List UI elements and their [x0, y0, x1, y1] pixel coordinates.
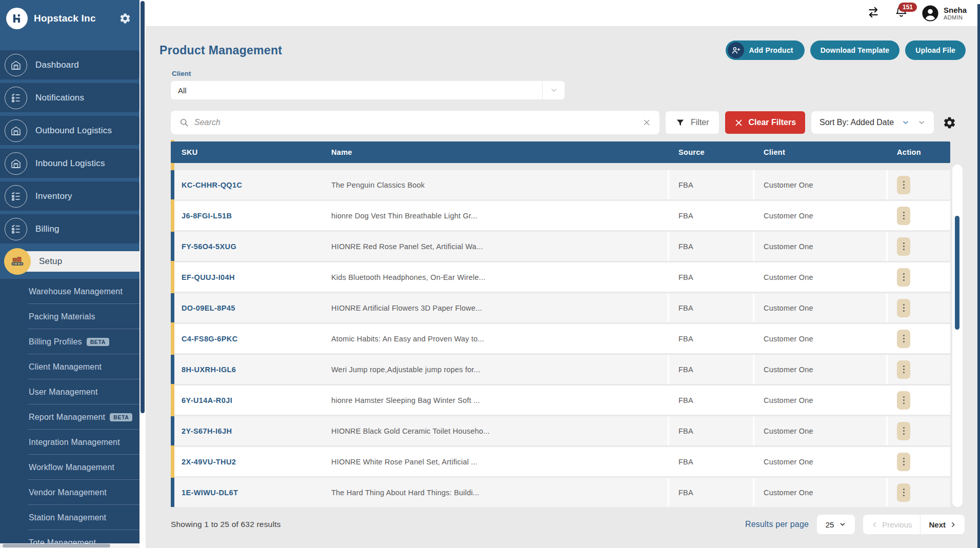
sidebar-item-outbound-logistics[interactable]: Outbound Logistics — [0, 116, 139, 145]
sidebar-item-inbound-logistics[interactable]: Inbound Logistics — [0, 149, 139, 178]
cell-sku[interactable]: 2X-49VU-THU2 — [174, 458, 321, 466]
sidebar-item-inventory[interactable]: Inventory — [0, 181, 139, 211]
cell-sku[interactable]: 1E-WIWU-DL6T — [174, 489, 321, 497]
row-actions-button[interactable] — [897, 453, 910, 471]
chevron-down-icon — [902, 118, 910, 127]
cell-source: FBA — [668, 201, 753, 230]
sidebar-subitem-label: Integration Management — [29, 438, 120, 447]
user-role: ADMIN — [944, 14, 967, 21]
client-select[interactable]: All — [171, 81, 565, 99]
clear-filters-button[interactable]: Clear Filters — [725, 111, 805, 134]
switch-warehouse-icon[interactable] — [866, 6, 881, 21]
cell-sku[interactable]: FY-56O4-5XUG — [174, 242, 321, 251]
row-actions-button[interactable] — [897, 299, 910, 317]
row-actions-button[interactable] — [897, 268, 910, 287]
cell-source: FBA — [668, 293, 753, 322]
table-settings-gear-icon[interactable] — [943, 116, 956, 130]
row-actions-button[interactable] — [897, 422, 910, 440]
sidebar-subitem-billing-profiles[interactable]: Billing ProfilesBETA — [0, 329, 139, 354]
filter-button[interactable]: Filter — [666, 111, 719, 134]
sidebar-subitem-integration-management[interactable]: Integration Management — [0, 430, 139, 455]
sidebar-subitem-vendor-management[interactable]: Vendor Management — [0, 480, 139, 505]
sidebar-subitem-packing-materials[interactable]: Packing Materials — [0, 304, 139, 329]
sidebar-item-label: Notifications — [35, 93, 84, 103]
column-header-action: Action — [886, 148, 950, 156]
cell-sku[interactable]: 8H-UXRH-IGL6 — [174, 366, 321, 374]
page-size-value: 25 — [826, 520, 834, 529]
cell-sku[interactable]: EF-QUUJ-I04H — [174, 273, 321, 281]
sidebar-item-notifications[interactable]: Notifications — [0, 83, 139, 112]
row-actions-button[interactable] — [897, 176, 910, 194]
table-row: 2Y-S67H-I6JHHIONRE Black Gold Ceramic To… — [171, 416, 950, 445]
sidebar-subitem-label: Client Management — [29, 362, 102, 372]
table-header-row: SKU Name Source Client Action — [171, 141, 950, 163]
cell-source: FBA — [668, 416, 753, 445]
sort-by-select[interactable]: Sort By: Added Date — [811, 111, 934, 134]
sidebar-subitem-client-management[interactable]: Client Management — [0, 354, 139, 379]
page-size-select[interactable]: 25 — [817, 515, 855, 534]
cell-client: Customer One — [753, 170, 886, 199]
chevron-down-icon — [917, 118, 926, 127]
search-box — [171, 111, 659, 134]
content: Product Management Add Product Download … — [146, 27, 980, 548]
cell-sku[interactable]: C4-FS8G-6PKC — [174, 335, 321, 343]
avatar-icon — [922, 5, 939, 22]
app-root: Hopstack Inc DashboardNotificationsOutbo… — [0, 0, 980, 548]
horizontal-scroll-thumb[interactable] — [3, 544, 110, 547]
sidebar-scroll-thumb[interactable] — [141, 1, 145, 413]
cell-client: Customer One — [753, 201, 886, 230]
table-row: 2X-49VU-THU2HIONRE White Rose Panel Set,… — [171, 447, 950, 476]
sidebar-subitem-report-management[interactable]: Report ManagementBETA — [0, 404, 139, 430]
table-row: 8H-UXRH-IGL6Weri Jump rope,Adjustable ju… — [171, 355, 950, 384]
table-row: C4-FS8G-6PKCAtomic Habits: An Easy and P… — [171, 324, 950, 353]
sidebar-subitem-workflow-management[interactable]: Workflow Management — [0, 455, 139, 480]
cell-sku[interactable]: KC-CHHR-QQ1C — [174, 181, 321, 189]
sidebar-subitem-warehouse-management[interactable]: Warehouse Management — [0, 279, 139, 304]
cell-sku[interactable]: 6Y-U14A-R0JI — [174, 396, 321, 404]
row-actions-button[interactable] — [897, 391, 910, 410]
cell-name: The Hard Thing About Hard Things: Buildi… — [321, 489, 668, 497]
download-template-button[interactable]: Download Template — [810, 40, 900, 60]
previous-page-button[interactable]: Previous — [863, 520, 920, 529]
row-actions-button[interactable] — [897, 237, 910, 256]
results-per-page-label: Results per page — [745, 520, 809, 529]
sidebar-subitem-station-management[interactable]: Station Management — [0, 505, 139, 530]
sidebar-item-dashboard[interactable]: Dashboard — [0, 50, 139, 79]
company-name: Hopstack Inc — [34, 13, 113, 24]
sidebar-subitem-label: Vendor Management — [29, 488, 107, 497]
table-row: 6Y-U14A-R0JIhionre Hamster Sleeping Bag … — [171, 385, 950, 415]
search-input[interactable] — [194, 118, 637, 127]
user-menu[interactable]: Sneha ADMIN — [922, 5, 967, 22]
upload-file-button[interactable]: Upload File — [905, 40, 966, 60]
pager: Previous Next — [863, 515, 965, 534]
sidebar-inner: Hopstack Inc DashboardNotificationsOutbo… — [0, 0, 139, 548]
page-scrollbar[interactable] — [977, 4, 980, 548]
cell-sku[interactable]: J6-8FGI-L51B — [174, 212, 321, 220]
beta-badge: BETA — [87, 338, 109, 346]
person-plus-icon — [728, 42, 744, 58]
table-row: J6-8FGI-L51Bhionre Dog Vest Thin Breatha… — [171, 201, 950, 230]
sidebar-item-setup[interactable]: Setup — [0, 247, 139, 276]
table-scroll-thumb[interactable] — [955, 216, 959, 330]
clear-search-icon[interactable] — [642, 118, 651, 127]
table-row: DO-09EL-8P45HIONRE Artificial Flowers 3D… — [171, 293, 950, 322]
cell-sku[interactable]: DO-09EL-8P45 — [174, 304, 321, 312]
table-scrollbar-track — [952, 165, 963, 507]
cell-sku[interactable]: 2Y-S67H-I6JH — [174, 427, 321, 435]
row-actions-button[interactable] — [897, 483, 910, 502]
sidebar-subitem-user-management[interactable]: User Management — [0, 379, 139, 404]
next-page-button[interactable]: Next — [921, 520, 965, 529]
row-actions-button[interactable] — [897, 330, 910, 348]
hopstack-logo-icon — [6, 8, 28, 29]
row-actions-button[interactable] — [897, 207, 910, 225]
x-icon — [734, 118, 743, 127]
main-area: 151 Sneha ADMIN Product Management — [146, 0, 980, 548]
notifications-bell-icon[interactable]: 151 — [894, 5, 908, 21]
sidebar-settings-gear-icon[interactable] — [119, 12, 131, 25]
cell-source: FBA — [668, 324, 753, 353]
sidebar-item-billing[interactable]: Billing — [0, 214, 139, 243]
sidebar-nav: DashboardNotificationsOutbound Logistics… — [0, 37, 139, 243]
checklist-icon — [5, 185, 27, 208]
row-actions-button[interactable] — [897, 360, 910, 379]
add-product-button[interactable]: Add Product — [726, 40, 805, 60]
